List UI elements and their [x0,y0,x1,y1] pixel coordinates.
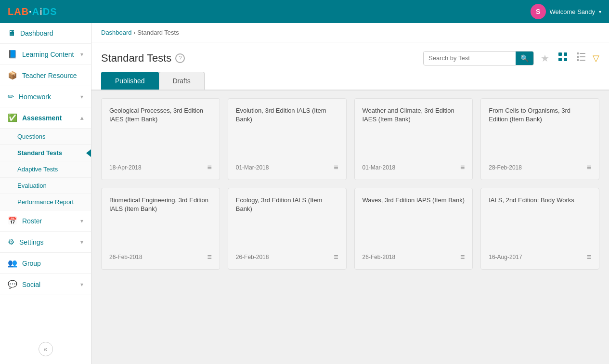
svg-rect-1 [564,52,567,56]
list-view-icon[interactable] [574,50,588,66]
card-menu-icon[interactable]: ≡ [334,163,338,172]
search-button[interactable]: 🔍 [516,52,533,65]
sidebar-item-adaptive-tests[interactable]: Adaptive Tests [0,161,91,178]
card-date: 01-Mar-2018 [363,164,396,171]
sidebar-label-evaluation: Evaluation [17,182,47,189]
card-footer: 26-Feb-2018 ≡ [109,253,212,261]
card-2[interactable]: Evolution, 3rd Edition IALS (Item Bank) … [228,98,347,180]
toolbar-right: 🔍 ★ ▽ [423,50,599,66]
sidebar-label-settings: Settings [19,238,44,246]
user-dropdown-chevron[interactable]: ▾ [599,9,601,14]
sidebar-item-performance-report[interactable]: Performance Report [0,194,91,210]
tab-drafts[interactable]: Drafts [159,72,205,90]
sidebar-item-homework[interactable]: ✏ Homework ▾ [0,86,91,107]
sidebar-label-homework: Homework [19,93,51,101]
card-3[interactable]: Weather and Climate, 3rd Edition IAES (I… [354,98,473,180]
help-icon[interactable]: ? [175,53,185,63]
card-date: 01-Mar-2018 [236,164,269,171]
card-date: 26-Feb-2018 [363,254,396,260]
sidebar-label-social: Social [22,281,40,288]
card-menu-icon[interactable]: ≡ [587,253,591,261]
card-title: Ecology, 3rd Edition IALS (Item Bank) [236,196,338,213]
card-title: Weather and Climate, 3rd Edition IAES (I… [363,106,465,124]
card-6[interactable]: Ecology, 3rd Edition IALS (Item Bank) 26… [228,188,347,270]
svg-rect-0 [558,52,562,56]
card-5[interactable]: Biomedical Engineering, 3rd Edition IALS… [101,188,220,270]
page-header: Standard Tests ? 🔍 ★ [91,42,609,66]
app-header: LAB·AiDS S Welcome Sandy ▾ [0,0,609,23]
sidebar-item-group[interactable]: 👥 Group [0,253,91,274]
star-icon[interactable]: ★ [539,51,551,66]
card-7[interactable]: Waves, 3rd Edition IAPS (Item Bank) 26-F… [354,188,473,270]
sidebar-item-settings[interactable]: ⚙ Settings ▾ [0,232,91,253]
sidebar-item-assessment[interactable]: ✅ Assessment ▴ [0,107,91,129]
card-footer: 01-Mar-2018 ≡ [363,163,465,172]
card-8[interactable]: IALS, 2nd Edition: Body Works 16-Aug-201… [480,188,599,270]
card-menu-icon[interactable]: ≡ [207,253,211,261]
card-footer: 26-Feb-2018 ≡ [363,253,465,261]
tab-published[interactable]: Published [101,72,159,90]
search-box: 🔍 [423,51,534,65]
cards-container: Geological Processes, 3rd Edition IAES (… [91,91,609,364]
sidebar: 🖥 Dashboard 📘 Learning Content ▾ 📦 Teach… [0,23,91,364]
breadcrumb: Dashboard › Standard Tests [91,23,609,42]
settings-arrow: ▾ [80,239,83,246]
page-title-area: Standard Tests ? [101,52,185,65]
tabs-area: Published Drafts [91,66,609,91]
sidebar-label-performance-report: Performance Report [17,198,74,206]
svg-rect-7 [580,56,585,57]
card-menu-icon[interactable]: ≡ [334,253,338,261]
learning-content-arrow: ▾ [80,51,83,58]
card-menu-icon[interactable]: ≡ [587,163,591,172]
homework-arrow: ▾ [80,93,83,100]
sidebar-item-social[interactable]: 💬 Social ▾ [0,274,91,295]
sidebar-item-standard-tests[interactable]: Standard Tests [0,145,91,161]
sidebar-label-dashboard: Dashboard [20,29,53,37]
sidebar-label-learning-content: Learning Content [22,51,74,58]
filter-icon[interactable]: ▽ [593,53,599,64]
card-footer: 28-Feb-2018 ≡ [489,163,591,172]
sidebar-label-teacher-resource: Teacher Resource [22,72,77,79]
sidebar-item-roster[interactable]: 📅 Roster ▾ [0,210,91,232]
learning-content-icon: 📘 [8,50,17,59]
card-menu-icon[interactable]: ≡ [460,253,465,261]
breadcrumb-dashboard[interactable]: Dashboard [101,29,132,36]
sidebar-collapse-button[interactable]: « [39,342,53,356]
card-4[interactable]: From Cells to Organisms, 3rd Edition (It… [480,98,599,180]
sidebar-label-adaptive-tests: Adaptive Tests [17,166,58,173]
sidebar-item-learning-content[interactable]: 📘 Learning Content ▾ [0,44,91,65]
svg-rect-9 [580,60,585,61]
grid-view-icon[interactable] [556,50,570,66]
sidebar-label-assessment: Assessment [22,114,62,122]
roster-icon: 📅 [8,216,17,225]
card-date: 26-Feb-2018 [109,254,143,260]
svg-rect-8 [577,59,579,61]
card-title: Evolution, 3rd Edition IALS (Item Bank) [236,106,338,124]
card-title: IALS, 2nd Edition: Body Works [489,196,591,205]
card-footer: 26-Feb-2018 ≡ [236,253,338,261]
card-footer: 18-Apr-2018 ≡ [109,163,212,172]
app-logo: LAB·AiDS [8,6,57,17]
sidebar-item-evaluation[interactable]: Evaluation [0,178,91,194]
settings-icon: ⚙ [8,237,14,247]
svg-rect-5 [580,53,585,54]
sidebar-item-questions[interactable]: Questions [0,129,91,145]
card-title: Waves, 3rd Edition IAPS (Item Bank) [363,196,465,205]
card-1[interactable]: Geological Processes, 3rd Edition IAES (… [101,98,220,180]
sidebar-item-teacher-resource[interactable]: 📦 Teacher Resource [0,65,91,86]
sidebar-label-group: Group [22,260,41,267]
sidebar-item-dashboard[interactable]: 🖥 Dashboard [0,23,91,44]
card-title: Biomedical Engineering, 3rd Edition IALS… [109,196,212,213]
card-menu-icon[interactable]: ≡ [460,163,465,172]
sidebar-label-roster: Roster [22,217,42,225]
card-footer: 16-Aug-2017 ≡ [489,253,591,261]
search-input[interactable] [424,52,516,65]
card-menu-icon[interactable]: ≡ [207,163,211,172]
page-title: Standard Tests [101,52,171,65]
breadcrumb-standard-tests: Standard Tests [137,29,179,36]
card-title: From Cells to Organisms, 3rd Edition (It… [489,106,591,124]
user-info[interactable]: S Welcome Sandy ▾ [531,4,601,19]
user-greeting: Welcome Sandy [550,8,595,15]
avatar: S [531,4,546,19]
card-date: 26-Feb-2018 [236,254,269,260]
